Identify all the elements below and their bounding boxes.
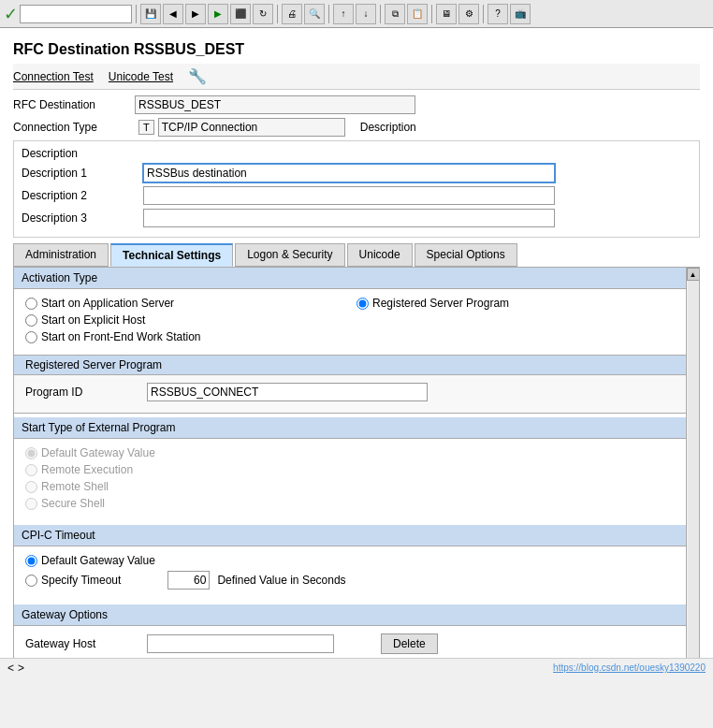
tab-logon-security[interactable]: Logon & Security [235,243,344,267]
registered-server-content: Program ID [14,375,699,413]
desc2-label: Description 2 [22,189,143,202]
radio-default-gw-row: Default Gateway Value [25,446,688,459]
copy-icon[interactable]: ⧉ [385,4,405,24]
upload-icon[interactable]: ↑ [333,4,354,24]
monitor-icon[interactable]: 📺 [510,4,531,24]
radio-default-gw-cpic-row: Default Gateway Value [25,554,688,567]
program-id-row: Program ID [25,383,688,401]
status-url: https://blog.csdn.net/ouesky1390220 [553,662,706,673]
tab-unicode[interactable]: Unicode [347,243,413,267]
desc1-input[interactable] [143,164,555,182]
find-icon[interactable]: 🔍 [304,4,325,24]
stop-icon[interactable]: ⬛ [230,4,251,24]
connection-type-label: Connection Type [13,121,135,134]
radio-specify-timeout-label: Specify Timeout [41,574,121,587]
save-icon[interactable]: 💾 [140,4,161,24]
start-type-header: Start Type of External Program [14,417,699,439]
check-icon[interactable]: ✓ [4,4,18,24]
radio-default-gateway-label: Default Gateway Value [41,446,155,459]
start-type-content: Default Gateway Value Remote Execution R… [14,439,699,521]
activation-type-content: Start on Application Server Start on Exp… [14,289,699,355]
desc3-input[interactable] [143,209,555,227]
radio-registered-server-label: Registered Server Program [372,297,509,310]
desc2-row: Description 2 [22,186,691,205]
desc3-label: Description 3 [22,211,143,225]
tab-technical-settings[interactable]: Technical Settings [110,243,233,267]
tab-administration[interactable]: Administration [13,243,109,267]
radio-app-server-label: Start on Application Server [41,297,174,310]
unicode-test-menu[interactable]: Unicode Test [109,70,173,83]
download-icon[interactable]: ↓ [356,4,376,24]
refresh-icon[interactable]: ↻ [253,4,273,24]
help-icon[interactable]: ? [487,4,508,24]
radio-default-gateway-cpic[interactable] [25,555,37,567]
radio-remote-shell-row: Remote Shell [25,480,688,493]
back-icon[interactable]: ◀ [163,4,183,24]
registered-server-section: Registered Server Program Program ID [14,355,699,414]
tools-icon[interactable]: 🔧 [188,67,207,85]
toolbar: ✓ 💾 ◀ ▶ ▶ ⬛ ↻ 🖨 🔍 ↑ ↓ ⧉ 📋 🖥 ⚙ ? 📺 [0,0,713,28]
rfc-destination-row: RFC Destination [13,95,700,114]
connection-type-row: Connection Type T Description [13,118,700,137]
radio-registered-server-row: Registered Server Program [356,297,688,310]
radio-secure-shell-row: Secure Shell [25,497,688,510]
cpic-timeout-header: CPI-C Timeout [14,525,699,546]
desc2-input[interactable] [143,186,555,205]
screen-icon[interactable]: 🖥 [436,4,457,24]
desc-section-title: Description [22,147,78,160]
gateway-options-header: Gateway Options [14,604,699,626]
radio-remote-shell[interactable] [25,481,37,493]
desc1-label: Description 1 [22,167,143,180]
scroll-up-btn[interactable]: ▲ [687,268,700,281]
print-icon[interactable]: 🖨 [282,4,302,24]
radio-frontend-label: Start on Front-End Work Station [41,330,201,343]
connection-type-input[interactable] [158,118,345,137]
settings-icon[interactable]: ⚙ [458,4,479,24]
radio-app-server[interactable] [25,298,37,310]
gateway-options-content: Gateway Host Delete [14,626,699,658]
radio-secure-shell-label: Secure Shell [41,497,105,510]
forward-icon[interactable]: ▶ [185,4,206,24]
radio-remote-shell-label: Remote Shell [41,480,109,493]
scrollbar[interactable]: ▲ ▼ [686,268,699,658]
rfc-destination-label: RFC Destination [13,98,135,111]
program-id-input[interactable] [147,383,428,401]
timeout-unit-label: Defined Value in Seconds [217,574,345,587]
timeout-input[interactable] [167,571,210,590]
radio-explicit-host[interactable] [25,314,37,327]
nav-prev-btn[interactable]: < [7,662,14,675]
cpic-timeout-content: Default Gateway Value Specify Timeout De… [14,546,699,601]
nav-buttons: < > [7,662,24,675]
program-id-label: Program ID [25,386,147,399]
radio-default-gateway-cpic-label: Default Gateway Value [41,554,155,567]
paste-icon[interactable]: 📋 [407,4,428,24]
scroll-track[interactable] [688,281,699,658]
radio-registered-server[interactable] [356,298,369,310]
rfc-destination-input[interactable] [135,95,415,114]
delete-button[interactable]: Delete [381,633,438,654]
gateway-host-label: Gateway Host [25,637,147,650]
radio-specify-timeout[interactable] [25,575,37,587]
radio-frontend[interactable] [25,331,37,343]
description-section: Description Description 1 Description 2 … [13,140,700,238]
radio-remote-execution[interactable] [25,464,37,476]
tab-special-options[interactable]: Special Options [415,243,517,267]
execute-icon[interactable]: ▶ [208,4,228,24]
radio-specify-timeout-row: Specify Timeout Defined Value in Seconds [25,571,688,590]
radio-secure-shell[interactable] [25,498,37,510]
description-label-inline: Description [360,121,416,134]
gateway-host-row: Gateway Host Delete [25,633,688,654]
main-content: RFC Destination RSSBUS_DEST Connection T… [0,28,713,658]
activation-radio-group: Start on Application Server Start on Exp… [25,297,688,347]
activation-right-col: Registered Server Program [356,297,688,347]
nav-next-btn[interactable]: > [18,662,24,675]
activation-left-col: Start on Application Server Start on Exp… [25,297,356,347]
page-title: RFC Destination RSSBUS_DEST [13,41,700,58]
radio-default-gateway[interactable] [25,447,37,459]
gateway-host-input[interactable] [147,634,334,653]
connection-test-menu[interactable]: Connection Test [13,70,94,83]
activation-type-header: Activation Type [14,268,699,289]
radio-app-server-row: Start on Application Server [25,297,356,310]
radio-remote-execution-label: Remote Execution [41,463,133,476]
toolbar-input[interactable] [20,5,132,23]
